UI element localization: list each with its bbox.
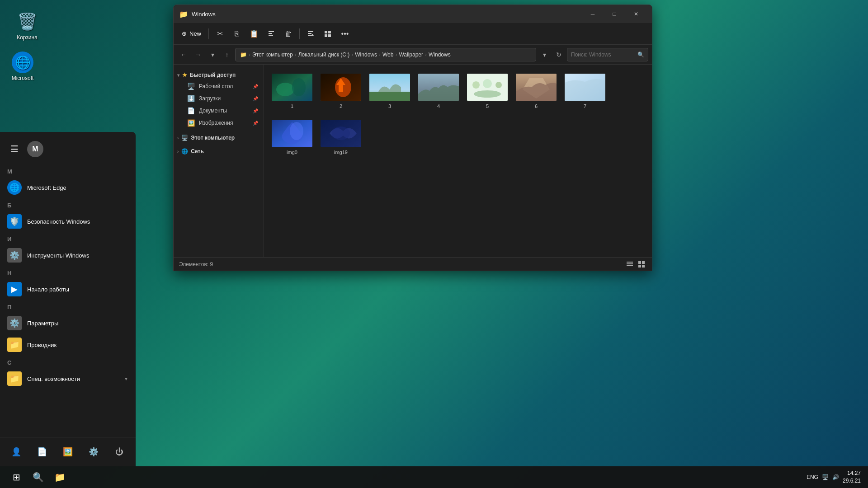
menu-item-security[interactable]: 🛡️ Безопасность Windows [0,211,136,232]
network-header[interactable]: › 🌐 Сеть [174,146,264,156]
breadcrumb-web[interactable]: Web [382,52,393,58]
file-item-img19[interactable]: img19 [318,116,363,159]
settings-label: Параметры [27,320,58,327]
breadcrumb-drive-c[interactable]: Локальный диск (C:) [298,52,350,58]
forward-button[interactable]: → [192,48,204,61]
refresh-button[interactable]: ↻ [552,48,565,61]
sidebar-item-desktop-label: Рабочий стол [199,83,233,89]
file-item-6[interactable]: 6 [514,70,559,113]
address-path[interactable]: 📁 › Этот компьютер › Локальный диск (C:)… [235,48,536,61]
copy-button[interactable]: ⎘ [229,26,245,42]
file-thumb-7 [565,74,605,101]
grid-view-button[interactable] [637,259,646,269]
network-expand-icon: › [177,149,179,154]
svg-rect-34 [638,261,641,264]
this-pc-section: › 🖥️ Этот компьютер [174,131,264,145]
taskbar: ⊞ 🔍 📁 ENG 🖥️ 🔊 14:27 29.6.21 [0,466,868,488]
file-thumb-1 [272,74,312,101]
file-item-3[interactable]: 3 [367,70,412,113]
path-dropdown-button[interactable]: ▾ [538,48,551,61]
svg-rect-36 [638,265,641,267]
footer-power-icon[interactable]: ⏻ [112,445,127,459]
search-box[interactable]: 🔍 [567,48,648,61]
window-folder-icon: 📁 [179,9,188,19]
search-icon: 🔍 [637,52,644,58]
explorer-body: ▾ ★ Быстрый доступ 🖥️ Рабочий стол 📌 ⬇️ … [174,65,652,257]
file-item-5[interactable]: 5 [465,70,510,113]
hamburger-icon[interactable]: ☰ [7,142,22,156]
desktop-icon-recycle-bin[interactable]: 🗑️ Корзина [9,9,45,42]
taskbar-explorer-button[interactable]: 📁 [51,468,69,486]
paste-button[interactable]: 📋 [246,26,262,42]
pin-icon-documents: 📌 [253,108,258,113]
svg-rect-33 [627,265,633,266]
minimize-button[interactable]: ─ [582,7,603,21]
back-button[interactable]: ← [177,48,190,61]
sidebar-item-pictures[interactable]: 🖼️ Изображения 📌 [175,117,262,129]
quick-access-section: ▾ ★ Быстрый доступ 🖥️ Рабочий стол 📌 ⬇️ … [174,68,264,131]
user-avatar: M [27,141,43,157]
breadcrumb-folder-icon: 📁 [240,52,247,58]
section-p: П [0,300,136,312]
taskbar-time: 14:27 [843,469,861,477]
breadcrumb-windows[interactable]: Windows [355,52,377,58]
quick-access-header[interactable]: ▾ ★ Быстрый доступ [174,70,264,80]
sidebar-item-desktop[interactable]: 🖥️ Рабочий стол 📌 [175,80,262,92]
chevron-down-icon: ▼ [124,376,128,381]
svg-rect-2 [269,35,273,36]
recycle-bin-label: Корзина [17,34,38,41]
rename-button[interactable] [263,26,279,42]
file-item-7[interactable]: 7 [562,70,608,113]
file-item-1[interactable]: 1 [269,70,315,113]
search-input[interactable] [571,52,635,58]
breadcrumb-wallpaper[interactable]: Wallpaper [399,52,423,58]
view-button[interactable] [320,26,336,42]
new-button[interactable]: ⊕ New [177,28,206,40]
svg-rect-0 [269,31,274,32]
close-button[interactable]: ✕ [626,7,646,21]
breadcrumb-windows-folder[interactable]: Windows [429,52,451,58]
toolbar: ⊕ New ✂ ⎘ 📋 🗑 ••• [174,23,652,45]
sort-button[interactable] [302,26,319,42]
list-view-button[interactable] [625,259,635,269]
menu-item-getstarted[interactable]: ▶ Начало работы [0,278,136,300]
footer-pics-icon[interactable]: 🖼️ [61,445,75,459]
footer-docs-icon[interactable]: 📄 [35,445,49,459]
settings-icon: ⚙️ [7,316,22,330]
menu-item-accessibility[interactable]: 📁 Спец. возможности ▼ [0,368,136,389]
sidebar-item-downloads-label: Загрузки [199,95,221,102]
svg-rect-4 [308,33,311,34]
sidebar-item-downloads[interactable]: ⬇️ Загрузки 📌 [175,93,262,104]
sidebar-item-documents[interactable]: 📄 Документы 📌 [175,105,262,117]
file-item-2[interactable]: 2 [318,70,363,113]
delete-button[interactable]: 🗑 [280,26,297,42]
up-button[interactable]: ↑ [221,48,233,61]
cut-button[interactable]: ✂ [212,26,228,42]
this-pc-header[interactable]: › 🖥️ Этот компьютер [174,133,264,143]
desktop-icon-edge[interactable]: 🌐 Microsoft [5,50,41,83]
file-thumb-6 [516,74,557,101]
footer-settings-icon[interactable]: ⚙️ [86,445,101,459]
menu-item-edge[interactable]: 🌐 Microsoft Edge [0,177,136,198]
sidebar-item-documents-label: Документы [199,108,227,114]
taskbar-search-button[interactable]: 🔍 [29,468,47,486]
menu-item-settings[interactable]: ⚙️ Параметры [0,312,136,334]
taskbar-clock[interactable]: 14:27 29.6.21 [843,469,861,485]
file-name-1: 1 [291,103,293,109]
breadcrumb-this-pc[interactable]: Этот компьютер [252,52,293,58]
footer-user-icon[interactable]: 👤 [9,445,24,459]
file-thumb-5 [467,74,508,101]
svg-point-12 [276,83,294,96]
dropdown-button[interactable]: ▾ [206,48,219,61]
svg-point-23 [495,82,502,88]
start-button[interactable]: ⊞ [7,468,25,486]
menu-item-explorer-app[interactable]: 📁 Проводник [0,334,136,356]
file-item-4[interactable]: 4 [416,70,461,113]
file-name-4: 4 [437,103,440,109]
file-thumb-img19 [321,120,361,147]
more-button[interactable]: ••• [337,26,353,42]
file-item-img0[interactable]: img0 [269,116,315,159]
maximize-button[interactable]: □ [604,7,625,21]
accessibility-icon: 📁 [7,371,22,386]
menu-item-tools[interactable]: ⚙️ Инструменты Windows [0,244,136,266]
